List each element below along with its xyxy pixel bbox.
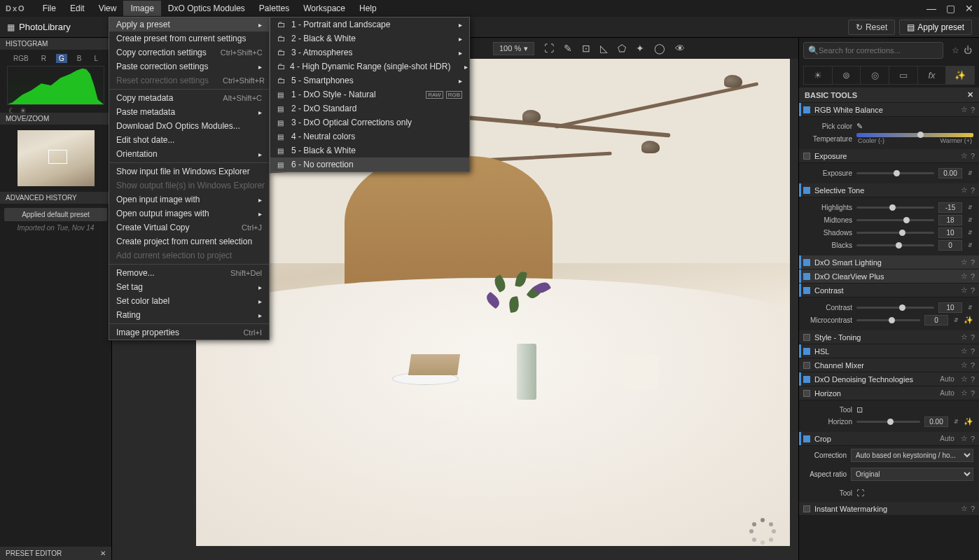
help-icon[interactable]: ? (971, 186, 975, 195)
mask-icon[interactable]: ◯ (654, 43, 665, 54)
tab-color[interactable]: ⊚ (833, 66, 861, 84)
smart-lighting-header[interactable]: DxO Smart Lighting ☆ ? (799, 255, 979, 270)
star-icon[interactable]: ☆ (961, 504, 968, 513)
menu-file[interactable]: File (36, 1, 63, 16)
preset-editor-close[interactable]: ✕ (100, 550, 106, 557)
horizon-slider[interactable] (856, 421, 920, 423)
close-icon[interactable]: ✕ (965, 3, 973, 14)
crop-header[interactable]: Crop Auto ☆ ? (799, 432, 979, 446)
slider[interactable] (856, 206, 934, 209)
stepper-icon[interactable]: ⇵ (966, 304, 973, 311)
preset-item[interactable]: ▤1 - DxO Style - NaturalRAWRGB (270, 88, 469, 102)
selective-tone-toggle[interactable] (803, 187, 810, 194)
value-input[interactable]: -15 (938, 202, 962, 213)
menu-item[interactable]: Rating▸ (109, 308, 269, 322)
tab-geometry[interactable]: ▭ (889, 66, 918, 84)
menu-item[interactable]: Download DxO Optics Modules... (109, 119, 269, 133)
preset-item[interactable]: 🗀5 - Smartphones▸ (270, 74, 469, 88)
preset-item[interactable]: ▤4 - Neutral colors (270, 130, 469, 144)
reset-button[interactable]: ↻Reset (848, 20, 895, 35)
magic-icon[interactable]: ✨ (964, 316, 973, 325)
help-icon[interactable]: ? (971, 333, 975, 342)
horizon-tool-icon[interactable]: ⊡ (582, 43, 590, 54)
channel-g[interactable]: G (56, 54, 67, 63)
menu-view[interactable]: View (92, 1, 124, 16)
search-input[interactable] (819, 46, 938, 55)
menu-item[interactable]: Paste metadata▸ (109, 105, 269, 119)
help-icon[interactable]: ? (971, 347, 975, 356)
stepper-icon[interactable]: ⇵ (966, 217, 973, 223)
movezoom-viewport[interactable] (48, 150, 68, 164)
slider[interactable] (856, 219, 934, 221)
horizon-tool-icon[interactable]: ⊡ (856, 405, 863, 414)
value-input[interactable]: 18 (938, 215, 962, 225)
stepper-icon[interactable]: ⇵ (952, 419, 959, 425)
star-icon[interactable]: ☆ (961, 388, 968, 398)
maximize-icon[interactable]: ▢ (946, 3, 955, 14)
menu-item[interactable]: Open output images with▸ (109, 206, 269, 220)
menu-palettes[interactable]: Palettes (252, 1, 296, 16)
preset-item[interactable]: 🗀3 - Atmospheres▸ (270, 46, 469, 59)
white-balance-header[interactable]: RGB White Balance ☆ ? (799, 103, 979, 117)
menu-item[interactable]: Apply a preset▸ (109, 18, 269, 31)
help-icon[interactable]: ? (971, 258, 975, 267)
preset-item[interactable]: 🗀1 - Portrait and Landscape▸ (270, 18, 469, 31)
menu-help[interactable]: Help (352, 1, 384, 16)
crop-tool-icon[interactable]: ⛶ (856, 489, 864, 497)
exposure-toggle[interactable] (803, 153, 810, 160)
channel-l[interactable]: L (91, 54, 101, 63)
stepper-icon[interactable]: ⇵ (966, 230, 973, 236)
menu-item[interactable]: Show input file in Windows Explorer (109, 164, 269, 178)
minimize-icon[interactable]: — (926, 3, 936, 14)
help-icon[interactable]: ? (971, 152, 975, 160)
channel-rgb[interactable]: RGB (11, 54, 32, 63)
menu-item[interactable]: Orientation▸ (109, 147, 269, 161)
magic-icon[interactable]: ✨ (964, 417, 973, 426)
star-icon[interactable]: ☆ (961, 332, 968, 342)
tab-magic[interactable]: ✨ (946, 66, 974, 84)
style-toning-header[interactable]: Style - Toning ☆ ? (799, 330, 979, 344)
photolibrary-label[interactable]: PhotoLibrary (19, 22, 71, 32)
menu-item[interactable]: Create project from current selection (109, 234, 269, 248)
preset-item[interactable]: 🗀4 - High Dynamic Range (single-shot HDR… (270, 59, 469, 74)
section-close-icon[interactable]: ✕ (967, 90, 973, 99)
menu-item[interactable]: Edit shot date... (109, 133, 269, 147)
help-icon[interactable]: ? (971, 389, 975, 398)
star-icon[interactable]: ☆ (961, 286, 968, 295)
preset-item[interactable]: ▤5 - Black & White (270, 144, 469, 158)
selective-tone-header[interactable]: Selective Tone ☆ ? (799, 183, 979, 197)
help-icon[interactable]: ? (971, 286, 975, 295)
stepper-icon[interactable]: ⇵ (966, 242, 973, 248)
star-icon[interactable]: ☆ (961, 374, 968, 384)
menu-item[interactable]: Copy metadataAlt+Shift+C (109, 91, 269, 105)
value-input[interactable]: 10 (938, 227, 962, 238)
menu-item[interactable]: Remove...Shift+Del (109, 266, 269, 280)
clearview-toggle[interactable] (803, 273, 810, 280)
toggle-icon[interactable]: ⏻ (964, 46, 979, 55)
value-input[interactable]: 0 (924, 315, 948, 326)
menu-item[interactable]: Open input image with▸ (109, 192, 269, 206)
exposure-header[interactable]: Exposure ☆ ? (799, 149, 979, 163)
channel-r[interactable]: R (39, 54, 49, 63)
denoising-header[interactable]: DxO Denoising Technologies Auto ☆ ? (799, 372, 979, 386)
repair-icon[interactable]: ✦ (636, 43, 644, 54)
preset-item[interactable]: 🗀2 - Black & White▸ (270, 31, 469, 46)
help-icon[interactable]: ? (971, 106, 975, 114)
menu-item[interactable]: Copy correction settingsCtrl+Shift+C (109, 46, 269, 59)
menu-item[interactable]: Image propertiesCtrl+I (109, 326, 269, 340)
temperature-slider[interactable] (856, 133, 973, 137)
menu-item[interactable]: Create Virtual CopyCtrl+J (109, 220, 269, 234)
horizon-value[interactable]: 0.00 (924, 416, 948, 427)
perspective-icon[interactable]: ◺ (600, 43, 608, 54)
star-icon[interactable]: ☆ (961, 360, 968, 370)
preset-item[interactable]: ▤6 - No correction (270, 158, 469, 172)
star-icon[interactable]: ☆ (961, 272, 968, 281)
tab-detail[interactable]: ◎ (861, 66, 889, 84)
help-icon[interactable]: ? (971, 361, 975, 370)
value-input[interactable]: 0 (938, 240, 962, 251)
menu-item[interactable]: Set color label▸ (109, 294, 269, 308)
watermarking-header[interactable]: Instant Watermarking ☆ ? (799, 502, 979, 516)
photolibrary-icon[interactable]: ▦ (7, 22, 15, 32)
help-icon[interactable]: ? (971, 435, 975, 443)
tab-light[interactable]: ☀ (804, 66, 833, 84)
